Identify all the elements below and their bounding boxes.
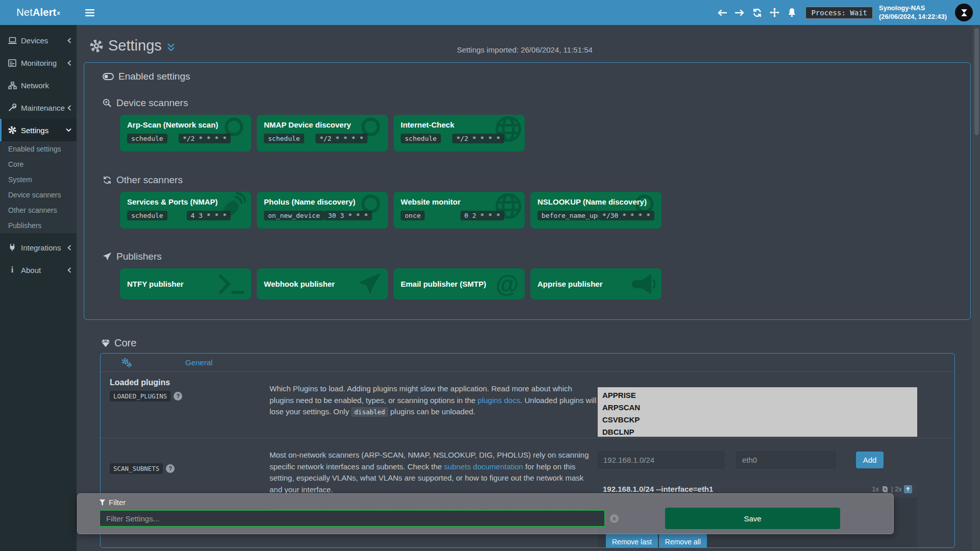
add-subnet-button[interactable]: Add [856,452,884,468]
section-title: Enabled settings [118,71,190,82]
laptop-icon [7,37,17,44]
sidebar: Devices Monitoring Network Maintenance S… [0,25,77,551]
sidebar-item-settings[interactable]: Settings [0,119,77,141]
sidebar-item-label: Maintenance [21,104,65,112]
filter-settings-input[interactable] [99,510,605,527]
gear-icon [7,126,17,134]
sidebar-item-devices[interactable]: Devices [0,29,77,52]
listbox-option[interactable]: ARPSCAN [598,402,917,414]
plugin-card-ntfy[interactable]: NTFY publisher [120,268,251,299]
refresh-icon[interactable] [748,8,766,17]
paper-plane-icon [357,272,382,296]
plugin-card-nmap-discovery[interactable]: NMAP Device discovery schedule*/2 * * * … [257,115,388,152]
submenu-item-publishers[interactable]: Publishers [0,218,77,233]
plugin-card-title: Pholus (Name discovery) [264,197,381,206]
cron-badge: */30 * * * * [598,211,654,220]
host-info: Synology-NAS (26/06/2024, 14:22:43) [879,4,947,21]
interface-input[interactable] [737,452,836,468]
sidebar-item-network[interactable]: Network [0,74,77,96]
chevron-left-icon [67,105,71,111]
submenu-item-system[interactable]: System [0,172,77,187]
help-question-icon[interactable]: ? [174,392,182,400]
user-avatar[interactable] [955,4,973,21]
plugin-card-internet-check[interactable]: Internet-Check schedule*/2 * * * * [394,115,525,152]
plugin-card-arpscan[interactable]: Arp-Scan (Network scan) schedule*/2 * * … [120,115,251,152]
scrollbar-thumb[interactable] [974,28,979,135]
page-scrollbar[interactable] [973,25,980,551]
sidebar-item-about[interactable]: i About [0,259,77,281]
sidebar-toggle-icon[interactable] [85,9,94,17]
plugin-card-apprise[interactable]: Apprise publisher [530,268,662,299]
submenu-item-enabled-settings[interactable]: Enabled settings [0,141,77,157]
sidebar-item-label: Devices [21,36,48,45]
process-status-badge: Process: Wait [805,7,873,19]
enabled-settings-header: Enabled settings [103,71,952,82]
remove-last-button[interactable]: Remove last [606,533,658,548]
plugin-card-title: Services & Ports (NMAP) [127,197,244,206]
notifications-bell-icon[interactable] [783,8,800,17]
remove-all-button[interactable]: Remove all [659,533,707,548]
subnets-docs-link[interactable]: subnets documentation [444,462,523,471]
listbox-option[interactable]: DBCLNP [598,426,917,437]
plug-icon [7,243,17,252]
publisher-cards: NTFY publisher Webhook publisher @ Email… [120,268,952,299]
chevron-left-icon [67,38,71,43]
forward-icon[interactable] [731,9,748,17]
other-scanners-header: Other scanners [103,174,952,186]
plugin-card-title: NSLOOKUP (Name discovery) [537,197,654,206]
group-title: Publishers [116,251,162,262]
copy-icon[interactable] [881,485,889,493]
filter-overlay: Filter x Save [77,493,894,534]
plugin-card-nslookup[interactable]: NSLOOKUP (Name discovery) before_name_up… [530,192,662,229]
back-icon[interactable] [714,9,731,17]
plugin-card-pholus[interactable]: Pholus (Name discovery) on_new_device30 … [257,192,388,229]
schedule-type-badge: schedule [264,134,304,143]
plugin-card-webhook[interactable]: Webhook publisher [257,268,388,299]
device-scanner-cards: Arp-Scan (Network scan) schedule*/2 * * … [120,115,952,152]
setting-code-badge: SCAN_SUBNETS [110,463,163,474]
navbar-right: Process: Wait Synology-NAS (26/06/2024, … [714,4,980,21]
gem-icon [101,339,110,348]
plugins-docs-link[interactable]: plugins docs [478,396,520,405]
plugin-card-title: Arp-Scan (Network scan) [127,120,244,129]
wrench-icon [7,104,17,112]
plugin-card-title: Website monitor [401,197,518,206]
plugin-card-title: NTFY publisher [127,280,184,288]
top-navbar: NetAlertx Process: Wait Synology-NAS (26… [0,0,980,25]
save-button[interactable]: Save [665,508,840,529]
submenu-item-core[interactable]: Core [0,157,77,172]
section-title: Core [114,337,136,349]
listbox-option[interactable]: APPRISE [598,389,917,402]
clear-filter-icon[interactable]: x [610,514,619,523]
move-fullscreen-icon[interactable] [766,8,783,17]
listbox-option[interactable]: CSVBCKP [598,414,917,426]
sidebar-item-maintenance[interactable]: Maintenance [0,96,77,119]
sidebar-item-label: About [21,266,41,274]
submenu-item-other-scanners[interactable]: Other scanners [0,203,77,218]
plugin-card-email-smtp[interactable]: @ Email publisher (SMTP) [394,268,525,299]
device-scanners-header: Device scanners [103,97,952,109]
sidebar-item-integrations[interactable]: Integrations [0,236,77,259]
sidebar-item-monitoring[interactable]: Monitoring [0,52,77,74]
submenu-item-device-scanners[interactable]: Device scanners [0,187,77,203]
enabled-settings-box: Enabled settings Device scanners Arp-Sca… [84,62,971,320]
plugin-card-website-monitor[interactable]: Website monitor once0 2 * * * [394,192,525,229]
filter-funnel-icon [99,499,106,506]
subnet-input[interactable] [598,452,724,468]
plugin-card-title: Webhook publisher [264,280,335,288]
app-logo[interactable]: NetAlertx [0,0,77,25]
arrow-up-icon[interactable] [904,485,912,493]
schedule-type-badge: schedule [401,134,441,143]
subnet-entry-text: 192.168.1.0/24 --interface=eth1 [603,485,713,493]
setting-value-column: APPRISE ARPSCAN CSVBCKP DBCLNP [598,378,924,438]
tab-general[interactable]: General [185,358,212,367]
plugin-card-title: Apprise publisher [537,280,603,288]
help-question-icon[interactable]: ? [166,464,175,473]
plugin-card-nmap-services[interactable]: Services & Ports (NMAP) schedule4 3 * * … [120,192,251,229]
sitemap-icon [7,82,17,89]
schedule-type-badge: on_new_device [264,211,324,220]
chevron-left-icon [67,245,71,251]
chevron-down-icon [66,128,71,132]
plugin-card-title: NMAP Device discovery [264,120,381,129]
loaded-plugins-listbox[interactable]: APPRISE ARPSCAN CSVBCKP DBCLNP [598,387,917,437]
